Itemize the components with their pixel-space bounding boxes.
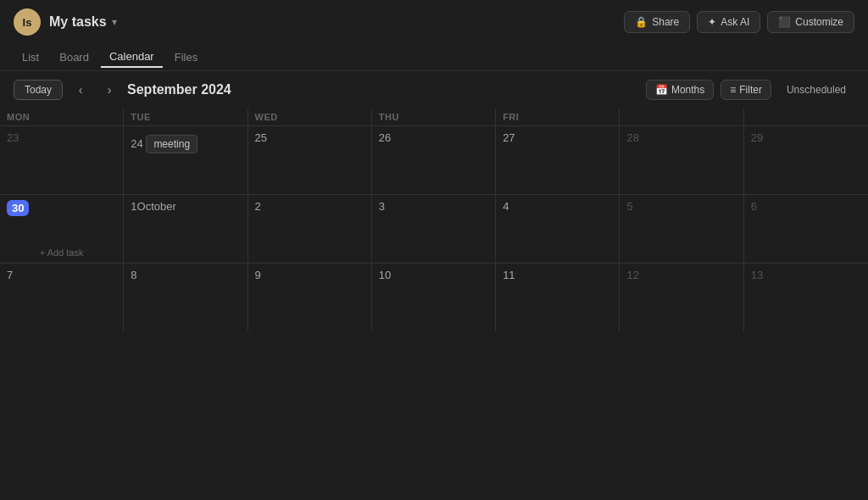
day-num: 3 [379,200,385,213]
day-num: 10 [379,269,391,281]
tab-files[interactable]: Files [166,47,206,67]
sparkle-icon: ✦ [708,16,716,28]
share-label: Share [652,16,679,28]
day-header-fri: FRI [496,108,620,125]
avatar: Is [14,8,41,36]
day-header-sun [744,108,868,125]
day-num: 4 [503,200,509,213]
filter-button[interactable]: ≡ Filter [721,80,771,100]
ask-ai-button[interactable]: ✦ Ask AI [697,11,760,33]
cell-oct-4[interactable]: 4 [496,195,620,263]
cell-sep-24[interactable]: 24 meeting [124,126,248,194]
cell-sep-28[interactable]: 28 [620,126,743,194]
event-meeting[interactable]: meeting [146,135,198,153]
cell-oct-8[interactable]: 8 [124,264,248,331]
day-num: 29 [751,131,763,144]
cell-oct-9[interactable]: 9 [248,264,372,331]
day-header-thu: THU [372,108,496,125]
chevron-down-icon[interactable]: ▾ [112,16,117,28]
day-num: 8 [131,269,136,281]
tab-board[interactable]: Board [51,47,97,67]
cell-oct-6[interactable]: 6 [744,195,868,263]
day-num: 7 [7,269,13,281]
cal-row-1: 23 24 meeting 25 26 27 28 29 [0,126,868,195]
cell-sep-23[interactable]: 23 [0,126,124,194]
ask-ai-label: Ask AI [721,16,749,28]
day-header-sat [620,108,743,125]
cell-oct-7[interactable]: 7 [0,264,124,331]
tab-calendar[interactable]: Calendar [101,47,163,68]
calendar-icon: 📅 [655,84,668,96]
top-bar-right: 🔒 Share ✦ Ask AI ⬛ Customize [624,11,854,33]
day-num: 27 [503,131,515,144]
cal-rows: 23 24 meeting 25 26 27 28 29 [0,126,868,331]
day-headers: MON TUE WED THU FRI [0,108,868,126]
cal-toolbar-right: 📅 Months ≡ Filter Unscheduled [646,80,854,100]
cell-sep-30[interactable]: 30 + Add task [0,195,124,263]
cell-sep-26[interactable]: 26 [372,126,496,194]
tab-list[interactable]: List [14,47,47,67]
day-num: 26 [379,131,391,144]
day-num: 1 [131,200,136,213]
tabs: List Board Calendar Files [0,44,868,71]
cell-sep-25[interactable]: 25 [248,126,372,194]
cell-oct-5[interactable]: 5 [620,195,743,263]
cell-sep-29[interactable]: 29 [744,126,868,194]
calendar-toolbar: Today ‹ › September 2024 📅 Months ≡ Filt… [0,71,868,108]
cell-sep-27[interactable]: 27 [496,126,620,194]
cell-oct-13[interactable]: 13 [744,264,868,331]
day-num: 25 [255,131,267,144]
day-num-today: 30 [7,200,29,216]
lock-icon: 🔒 [635,16,648,28]
cell-oct-1[interactable]: 1 October [124,195,248,263]
day-header-tue: TUE [124,108,248,125]
day-num: 23 [7,131,19,144]
unscheduled-button[interactable]: Unscheduled [778,81,854,99]
today-button[interactable]: Today [14,80,63,100]
add-task-button[interactable]: + Add task [40,247,84,258]
cell-oct-12[interactable]: 12 [620,264,743,331]
cell-oct-10[interactable]: 10 [372,264,496,331]
calendar-grid: MON TUE WED THU FRI 23 24 meeting 25 26 … [0,108,868,331]
cell-oct-3[interactable]: 3 [372,195,496,263]
day-num: 13 [751,269,763,281]
day-num: 9 [255,269,261,281]
cell-oct-2[interactable]: 2 [248,195,372,263]
cal-toolbar-left: Today ‹ › September 2024 [14,79,231,101]
day-num: 6 [751,200,757,213]
top-bar-left: Is My tasks ▾ [14,8,117,36]
day-num: 28 [626,131,638,144]
day-header-wed: WED [248,108,372,125]
page-title: My tasks [49,14,107,30]
customize-icon: ⬛ [778,16,791,28]
customize-label: Customize [795,16,843,28]
share-button[interactable]: 🔒 Share [624,11,690,33]
months-label: Months [671,84,704,96]
cal-row-2: 30 + Add task 1 October 2 3 4 5 6 [0,195,868,264]
customize-button[interactable]: ⬛ Customize [767,11,854,33]
top-bar: Is My tasks ▾ 🔒 Share ✦ Ask AI ⬛ Customi… [0,0,868,44]
day-num: 24 [131,137,142,150]
filter-icon: ≡ [730,84,736,96]
next-button[interactable]: › [98,79,120,101]
day-header-mon: MON [0,108,124,125]
day-num: 12 [626,269,638,281]
day-num: 2 [255,200,261,213]
prev-button[interactable]: ‹ [70,79,92,101]
month-title: September 2024 [127,82,231,97]
months-button[interactable]: 📅 Months [646,80,714,100]
day-num: 11 [503,269,515,281]
cal-row-3: 7 8 9 10 11 12 13 [0,264,868,331]
filter-label: Filter [739,84,762,96]
day-num: 5 [626,200,632,213]
page-title-row: My tasks ▾ [49,14,117,30]
cell-oct-11[interactable]: 11 [496,264,620,331]
month-label: October [137,200,176,213]
